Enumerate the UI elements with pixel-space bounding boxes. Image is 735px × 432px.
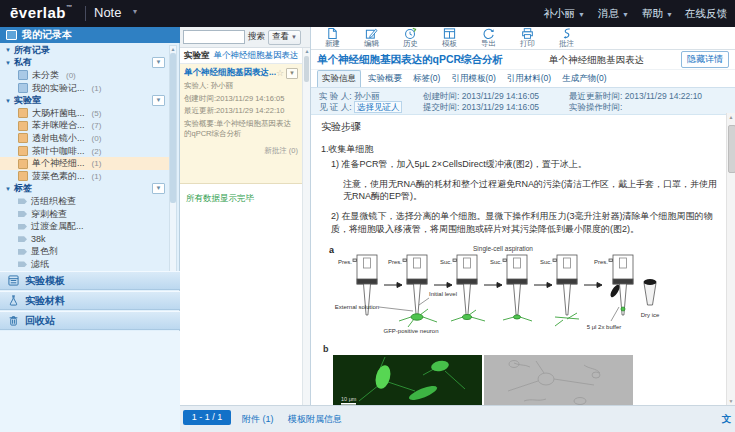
tab-products[interactable]: 生成产物(0) xyxy=(558,71,610,87)
tab-referenced-templates[interactable]: 引用模板(0) xyxy=(447,71,499,87)
sidebar-materials-button[interactable]: 实验材料 xyxy=(0,291,180,310)
card-title[interactable]: 单个神经细胞基因表达... xyxy=(184,67,276,79)
user-menu[interactable]: 补小丽▼ xyxy=(544,7,585,21)
new-button[interactable]: 新建 xyxy=(319,27,346,49)
sidebar-section-all-records[interactable]: ▼所有记录 xyxy=(0,44,169,57)
sidebar-item-benzimidazole[interactable]: 苯并咪唑合...(7) xyxy=(0,120,169,133)
sidebar-section-private[interactable]: ▼私有▼ xyxy=(0,57,169,70)
sidebar-filler xyxy=(0,331,180,432)
buffer-label: 5 μl 2x buffer xyxy=(587,324,622,330)
my-notebooks-header[interactable]: 我的记录本 xyxy=(0,27,180,43)
star-icon[interactable]: ☆ xyxy=(276,68,284,78)
collapse-triangle-icon: ▼ xyxy=(5,98,11,104)
flask-icon xyxy=(8,295,19,306)
search-button[interactable]: 搜索 xyxy=(248,31,265,43)
sidebar-scrollbar[interactable]: ▲ ▼ xyxy=(169,45,177,285)
attachments-link[interactable]: 附件 (1) xyxy=(242,413,274,426)
template-info-link[interactable]: 模板附属信息 xyxy=(288,413,342,426)
sidebar-tag-transition-metal[interactable]: 过渡金属配... xyxy=(0,220,169,233)
chevron-down-icon: ▼ xyxy=(578,11,585,18)
sidebar-tag-filter-paper[interactable]: 滤纸 xyxy=(0,258,169,271)
topbar: ēverlab™ Note ▾ 补小丽▼ 消息▼ 帮助▼ 在线反馈 xyxy=(0,0,735,27)
scale-bar-label: 10 μm xyxy=(341,396,357,402)
sidebar-item-uncategorized[interactable]: 未分类(0) xyxy=(0,69,169,82)
tab-referenced-materials[interactable]: 引用材料(0) xyxy=(503,71,555,87)
logo-divider xyxy=(85,6,86,21)
section-dropdown-button[interactable]: ▼ xyxy=(152,183,165,194)
history-button[interactable]: 历史 xyxy=(397,27,424,49)
sidebar-item-tem[interactable]: 透射电镜小...(0) xyxy=(0,132,169,145)
steps-heading: 实验步骤 xyxy=(321,120,726,134)
scope-title-link[interactable]: 单个神经细胞基因表达 xyxy=(214,50,299,62)
item-count: (1) xyxy=(92,172,102,181)
section-dropdown-button[interactable]: ▼ xyxy=(152,57,165,68)
dry-ice-label: Dry ice xyxy=(641,312,660,318)
scroll-thumb[interactable] xyxy=(728,125,735,173)
tab-tags[interactable]: 标签(0) xyxy=(409,71,444,87)
scroll-thumb[interactable] xyxy=(170,53,176,203)
notebook-icon xyxy=(18,83,28,93)
annotate-button[interactable]: 批注 xyxy=(553,27,580,49)
tab-experiment-summary[interactable]: 实验概要 xyxy=(364,71,406,87)
figure-a-diagram: a Single-cell aspiration Pres. Pres. S xyxy=(327,243,726,342)
sidebar-section-lab[interactable]: ▼实验室▼ xyxy=(0,94,169,107)
card-annotations-link[interactable]: 新批注 (0) xyxy=(184,146,298,156)
detail-title-row: 单个神经细胞基因表达的qPCR综合分析 单个神经细胞基因表达 隐藏详情 xyxy=(311,50,735,70)
sidebar-item-my-experiments[interactable]: 我的实验记...(1) xyxy=(0,82,169,95)
scroll-thumb[interactable] xyxy=(304,56,309,82)
template-button[interactable]: 模板 xyxy=(436,27,463,49)
online-feedback-link[interactable]: 在线反馈 xyxy=(685,7,727,21)
sidebar-item-tea-caffeine[interactable]: 茶叶中咖啡...(2) xyxy=(0,145,169,158)
notebook-icon xyxy=(18,146,28,156)
scroll-up-arrow[interactable]: ▲ xyxy=(304,48,310,54)
tag-icon xyxy=(18,261,27,267)
trash-icon xyxy=(8,315,19,326)
step-1: 1) 准备PCR管，加入5μL 2×CellsDirect缓冲液(图2)，置于冰… xyxy=(331,158,716,170)
sidebar-item-ecoli[interactable]: 大肠杆菌电...(5) xyxy=(0,107,169,120)
item-count: (7) xyxy=(92,121,102,130)
chevron-down-icon[interactable]: ▾ xyxy=(133,7,137,16)
sidebar-item-spinach-pigment[interactable]: 菠菜色素的...(1) xyxy=(0,170,169,183)
tab-experiment-info[interactable]: 实验信息 xyxy=(317,70,361,87)
initial-level-label: Initial level xyxy=(429,291,457,297)
sidebar: 我的记录本 ▼所有记录 ▼私有▼ 未分类(0) 我的实验记...(1) ▼实验室… xyxy=(0,27,180,432)
figure-b-label: b xyxy=(323,344,726,354)
export-button[interactable]: 导出 xyxy=(475,27,502,49)
item-count: (5) xyxy=(92,109,102,118)
notebook-icon xyxy=(18,70,28,80)
notebook-icon xyxy=(6,30,17,40)
sidebar-tag-puncture[interactable]: 穿刺检查 xyxy=(0,208,169,221)
product-name: Note xyxy=(94,5,121,20)
sidebar-item-single-neuron-selected[interactable]: 单个神经细...(1) xyxy=(0,157,169,170)
section-dropdown-button[interactable]: ▼ xyxy=(152,95,165,106)
content-scrollbar[interactable]: ▲ ▼ xyxy=(726,113,735,405)
experiment-card-selected[interactable]: 单个神经细胞基因表达... ☆ ▼ 实验人: 孙小丽 创建时间:2013/11/… xyxy=(180,64,302,184)
sidebar-tag-chromogen[interactable]: 显色剂 xyxy=(0,246,169,259)
sidebar-tag-biopsy[interactable]: 活组织检查 xyxy=(0,195,169,208)
scroll-down-arrow[interactable]: ▼ xyxy=(727,398,735,404)
card-dropdown-button[interactable]: ▼ xyxy=(286,68,298,79)
list-scrollbar[interactable]: ▲ xyxy=(302,48,310,405)
hide-details-button[interactable]: 隐藏详情 xyxy=(681,51,729,68)
edit-button[interactable]: 编辑 xyxy=(358,27,385,49)
sidebar-recycle-bin-button[interactable]: 回收站 xyxy=(0,311,180,330)
help-menu[interactable]: 帮助▼ xyxy=(642,7,673,21)
experiment-list-panel: 搜索 查看▼ 实验室 单个神经细胞基因表达 单个神经细胞基因表达... ☆ ▼ … xyxy=(180,27,311,405)
sidebar-section-tags[interactable]: ▼标签▼ xyxy=(0,183,169,196)
view-button[interactable]: 查看▼ xyxy=(268,30,301,45)
item-count: (2) xyxy=(92,147,102,156)
choose-witness-link[interactable]: 选择见证人 xyxy=(354,101,403,113)
side-collapsed-tab[interactable]: 文 xyxy=(722,413,732,426)
template-icon xyxy=(8,275,19,286)
all-data-shown-message: 所有数据显示完毕 xyxy=(186,193,254,205)
item-count: (1) xyxy=(92,84,102,93)
scroll-up-arrow[interactable]: ▲ xyxy=(170,46,176,52)
pipette-label-5: Suc. xyxy=(540,259,552,265)
scroll-up-arrow[interactable]: ▲ xyxy=(727,114,735,120)
search-input[interactable] xyxy=(183,30,245,44)
sidebar-tag-38k[interactable]: 38k xyxy=(0,233,169,246)
print-button[interactable]: 打印 xyxy=(514,27,541,49)
messages-menu[interactable]: 消息▼ xyxy=(598,7,629,21)
item-count: (1) xyxy=(92,159,102,168)
sidebar-templates-button[interactable]: 实验模板 xyxy=(0,271,180,290)
